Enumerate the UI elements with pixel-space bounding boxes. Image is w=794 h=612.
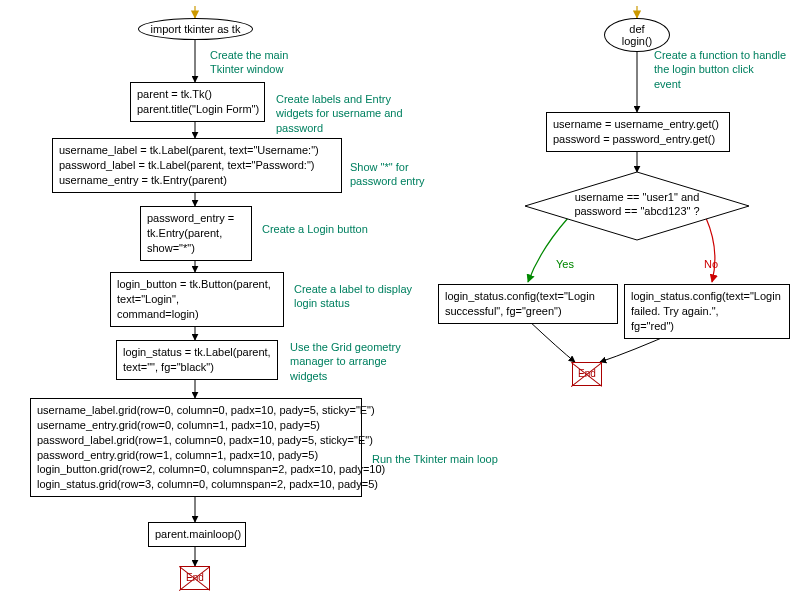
start-node-left: import tkinter as tk [138, 18, 253, 40]
edge-label-yes: Yes [556, 258, 574, 270]
node-grid-calls: username_label.grid(row=0, column=0, pad… [30, 398, 362, 497]
annot-grid: Use the Grid geometry manager to arrange… [290, 340, 420, 383]
node-status-label: login_status = tk.Label(parent, text="",… [116, 340, 278, 380]
edge-label-no: No [704, 258, 718, 270]
node-login-button: login_button = tk.Button(parent, text="L… [110, 272, 284, 327]
node-login-fail: login_status.config(text="Login failed. … [624, 284, 790, 339]
annot-password-mask: Show "*" for password entry [350, 160, 440, 189]
annot-status-label: Create a label to display login status [294, 282, 434, 311]
annot-create-window: Create the main Tkinter window [210, 48, 288, 77]
node-labels-entries: username_label = tk.Label(parent, text="… [52, 138, 342, 193]
node-mainloop: parent.mainloop() [148, 522, 246, 547]
annot-login-handler: Create a function to handle the login bu… [654, 48, 794, 91]
decision-text: username == "user1" and password == "abc… [547, 190, 727, 219]
annot-labels-entries: Create labels and Entry widgets for user… [276, 92, 416, 135]
node-password-entry: password_entry = tk.Entry(parent, show="… [140, 206, 252, 261]
annot-mainloop: Run the Tkinter main loop [372, 452, 498, 466]
end-node-left: End [180, 566, 210, 590]
node-get-credentials: username = username_entry.get() password… [546, 112, 730, 152]
node-login-success: login_status.config(text="Login successf… [438, 284, 618, 324]
node-tk-window: parent = tk.Tk() parent.title("Login For… [130, 82, 265, 122]
start-node-right: def login() [604, 18, 670, 52]
end-node-right: End [572, 362, 602, 386]
annot-login-button: Create a Login button [262, 222, 368, 236]
